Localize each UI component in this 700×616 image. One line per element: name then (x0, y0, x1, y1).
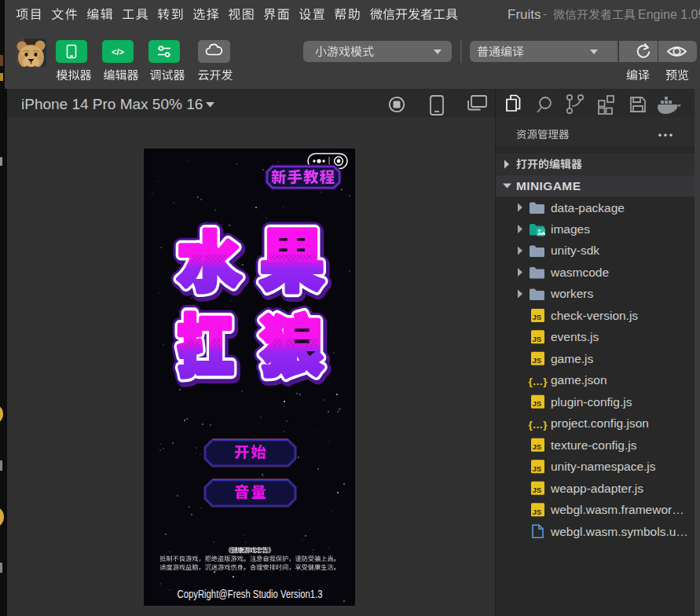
svg-text:webgl.wasm.framewor…: webgl.wasm.framewor… (550, 503, 684, 516)
svg-text:images: images (551, 222, 590, 236)
svg-text:JS: JS (532, 508, 541, 516)
svg-text:events.js: events.js (551, 330, 599, 343)
svg-text:JS: JS (532, 356, 541, 365)
svg-text:JS: JS (532, 313, 541, 321)
svg-text:JS: JS (532, 486, 541, 494)
svg-text:CopyRight@Fresh Studio Version: CopyRight@Fresh Studio Version1.3 (178, 587, 323, 600)
svg-text:wasmcode: wasmcode (550, 266, 609, 279)
svg-text:JS: JS (532, 442, 541, 451)
svg-text:check-version.js: check-version.js (551, 309, 638, 322)
svg-text:workers: workers (550, 287, 594, 300)
svg-text:game.json: game.json (551, 373, 607, 387)
svg-text:data-package: data-package (551, 201, 625, 214)
svg-text:texture-config.js: texture-config.js (551, 438, 637, 452)
svg-text:iPhone 14 Pro Max 50% 16: iPhone 14 Pro Max 50% 16 (21, 96, 203, 112)
svg-text:{…}: {…} (528, 419, 548, 431)
svg-text:</>: </> (112, 47, 124, 57)
svg-text:plugin-config.js: plugin-config.js (551, 395, 632, 409)
svg-text:game.js: game.js (551, 352, 594, 365)
svg-text:project.config.json: project.config.json (551, 416, 649, 430)
svg-text:unity-namespace.js: unity-namespace.js (551, 460, 656, 473)
svg-text:unity-sdk: unity-sdk (551, 244, 599, 257)
svg-text:MINIGAME: MINIGAME (516, 179, 581, 192)
svg-text:{…}: {…} (528, 376, 548, 387)
svg-text:JS: JS (532, 399, 541, 408)
svg-text:Engine 1.05.: Engine 1.05. (638, 8, 700, 21)
svg-text:JS: JS (532, 335, 541, 343)
svg-text:Fruits: Fruits (508, 7, 541, 22)
svg-text:-: - (543, 7, 547, 20)
svg-text:weapp-adapter.js: weapp-adapter.js (550, 482, 643, 495)
svg-text:webgl.wasm.symbols.u…: webgl.wasm.symbols.u… (550, 525, 688, 538)
svg-text:JS: JS (532, 464, 541, 473)
